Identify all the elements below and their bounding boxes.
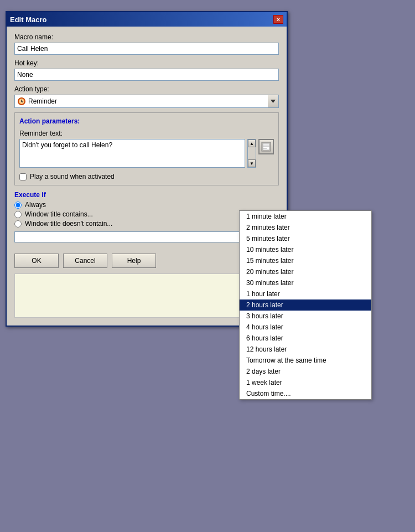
radio-always[interactable]	[14, 202, 22, 209]
reminder-textarea-wrap	[19, 139, 245, 169]
reminder-text-row: ▲ ▼	[19, 139, 274, 169]
action-type-row: Reminder	[14, 95, 279, 108]
radio-window-contains[interactable]	[14, 211, 22, 218]
dropdown-item[interactable]: 20 minutes later	[240, 266, 371, 277]
dropdown-item[interactable]: 2 minutes later	[240, 222, 371, 233]
dropdown-item[interactable]: 2 hours later	[240, 299, 371, 311]
dropdown-menu: 1 minute later2 minutes later5 minutes l…	[239, 210, 372, 400]
action-type-dropdown-btn[interactable]	[268, 95, 279, 108]
radio-always-row: Always	[14, 201, 279, 209]
dropdown-item[interactable]: 1 week later	[240, 377, 371, 388]
dropdown-item[interactable]: 1 minute later	[240, 211, 371, 222]
macro-name-label: Macro name:	[14, 33, 279, 41]
reminder-text-label: Reminder text:	[19, 130, 274, 137]
dropdown-item[interactable]: 30 minutes later	[240, 277, 371, 288]
reminder-text-input[interactable]	[19, 139, 245, 168]
dropdown-item[interactable]: 12 hours later	[240, 344, 371, 355]
dropdown-item[interactable]: 2 days later	[240, 366, 371, 377]
action-type-value: Reminder	[28, 97, 57, 105]
dropdown-item[interactable]: Custom time....	[240, 388, 371, 399]
sound-checkbox-row: Play a sound when activated	[19, 173, 274, 180]
dropdown-item[interactable]: 4 hours later	[240, 322, 371, 333]
reminder-icon-button[interactable]	[258, 139, 274, 154]
scroll-down-arrow[interactable]: ▼	[248, 159, 256, 167]
svg-marker-3	[271, 100, 276, 103]
dropdown-item[interactable]: 5 minutes later	[240, 233, 371, 244]
ok-button[interactable]: OK	[14, 254, 59, 268]
action-params-section: Action parameters: Reminder text: ▲ ▼	[14, 112, 279, 185]
scroll-up-arrow[interactable]: ▲	[248, 140, 256, 147]
help-button[interactable]: Help	[112, 254, 156, 268]
dropdown-item[interactable]: 3 hours later	[240, 311, 371, 322]
sound-checkbox[interactable]	[19, 173, 27, 180]
radio-window-not-contains-label: Window title doesn't contain...	[25, 220, 112, 228]
reminder-clock-icon	[17, 97, 26, 106]
dropdown-item[interactable]: 10 minutes later	[240, 244, 371, 255]
radio-window-not-contains[interactable]	[14, 220, 22, 228]
sound-checkbox-label: Play a sound when activated	[30, 173, 115, 180]
action-type-label: Action type:	[14, 85, 279, 93]
radio-window-contains-label: Window title contains...	[25, 210, 93, 218]
hot-key-input[interactable]	[14, 69, 279, 81]
dialog-title: Edit Macro	[10, 16, 46, 24]
execute-if-title: Execute if	[14, 191, 279, 199]
dropdown-item[interactable]: Tomorrow at the same time	[240, 355, 371, 366]
dropdown-item[interactable]: 15 minutes later	[240, 255, 371, 266]
dropdown-item[interactable]: 6 hours later	[240, 333, 371, 344]
action-type-select[interactable]: Reminder	[14, 95, 268, 108]
hot-key-label: Hot key:	[14, 59, 279, 67]
dropdown-item[interactable]: 1 hour later	[240, 288, 371, 299]
cancel-button[interactable]: Cancel	[63, 254, 107, 268]
title-bar: Edit Macro ×	[7, 12, 287, 27]
radio-always-label: Always	[25, 201, 46, 209]
macro-name-input[interactable]	[14, 43, 279, 55]
close-button[interactable]: ×	[273, 15, 283, 24]
reminder-scrollbar[interactable]: ▲ ▼	[247, 139, 256, 168]
action-params-title: Action parameters:	[19, 117, 274, 125]
